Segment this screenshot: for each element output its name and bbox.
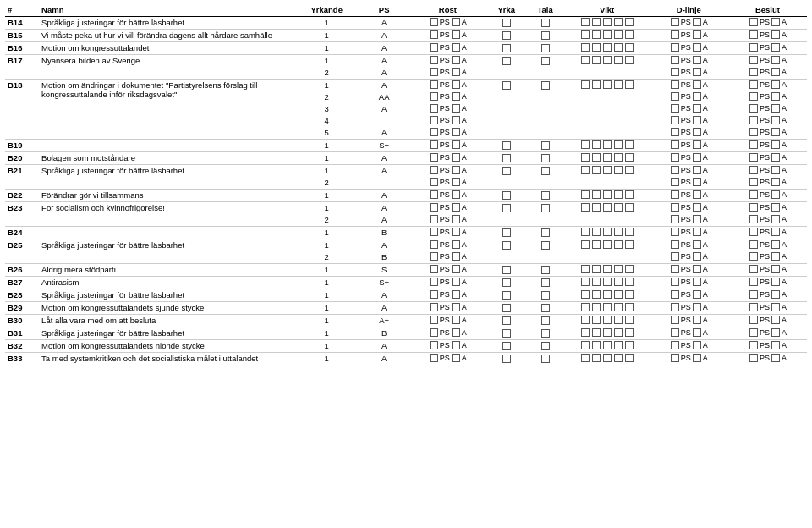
checkbox[interactable]: [614, 30, 623, 39]
checkbox[interactable]: [625, 290, 634, 299]
checkbox[interactable]: [614, 354, 623, 362]
checkbox[interactable]: [671, 328, 679, 337]
checkbox[interactable]: [452, 354, 460, 362]
checkbox[interactable]: [592, 265, 601, 273]
checkbox[interactable]: [502, 304, 511, 312]
checkbox[interactable]: [625, 303, 634, 311]
checkbox[interactable]: [771, 240, 780, 249]
checkbox[interactable]: [430, 190, 438, 199]
checkbox[interactable]: [625, 228, 634, 236]
checkbox[interactable]: [452, 56, 460, 64]
checkbox[interactable]: [502, 204, 511, 212]
checkbox[interactable]: [603, 341, 612, 349]
checkbox[interactable]: [671, 43, 679, 52]
checkbox[interactable]: [693, 328, 701, 337]
checkbox[interactable]: [614, 278, 623, 286]
checkbox[interactable]: [614, 240, 623, 249]
checkbox[interactable]: [749, 140, 758, 149]
checkbox[interactable]: [749, 116, 758, 124]
checkbox[interactable]: [771, 116, 780, 124]
checkbox[interactable]: [671, 178, 679, 186]
checkbox[interactable]: [693, 166, 701, 174]
checkbox[interactable]: [592, 341, 601, 349]
checkbox[interactable]: [452, 140, 460, 149]
checkbox[interactable]: [749, 104, 758, 113]
checkbox[interactable]: [771, 228, 780, 236]
checkbox[interactable]: [614, 203, 623, 212]
checkbox[interactable]: [749, 215, 758, 223]
checkbox[interactable]: [430, 43, 438, 52]
checkbox[interactable]: [693, 316, 701, 324]
checkbox[interactable]: [625, 80, 634, 89]
checkbox[interactable]: [749, 68, 758, 76]
checkbox[interactable]: [749, 228, 758, 236]
checkbox[interactable]: [625, 354, 634, 362]
checkbox[interactable]: [749, 341, 758, 349]
checkbox[interactable]: [749, 153, 758, 162]
checkbox[interactable]: [502, 241, 511, 250]
checkbox[interactable]: [614, 140, 623, 149]
checkbox[interactable]: [771, 166, 780, 174]
checkbox[interactable]: [771, 215, 780, 223]
checkbox[interactable]: [430, 290, 438, 299]
checkbox[interactable]: [452, 240, 460, 249]
checkbox[interactable]: [625, 341, 634, 349]
checkbox[interactable]: [614, 328, 623, 337]
checkbox[interactable]: [693, 128, 701, 136]
checkbox[interactable]: [625, 166, 634, 174]
checkbox[interactable]: [452, 341, 460, 349]
checkbox[interactable]: [771, 68, 780, 76]
checkbox[interactable]: [581, 80, 590, 89]
checkbox[interactable]: [541, 57, 550, 65]
checkbox[interactable]: [502, 228, 511, 237]
checkbox[interactable]: [771, 128, 780, 136]
checkbox[interactable]: [541, 154, 550, 162]
checkbox[interactable]: [625, 43, 634, 52]
checkbox[interactable]: [614, 303, 623, 311]
checkbox[interactable]: [430, 18, 438, 26]
checkbox[interactable]: [771, 190, 780, 199]
checkbox[interactable]: [452, 228, 460, 236]
checkbox[interactable]: [671, 228, 679, 236]
checkbox[interactable]: [502, 167, 511, 175]
checkbox[interactable]: [581, 303, 590, 311]
checkbox[interactable]: [614, 166, 623, 174]
checkbox[interactable]: [592, 30, 601, 39]
checkbox[interactable]: [603, 80, 612, 89]
checkbox[interactable]: [452, 68, 460, 76]
checkbox[interactable]: [541, 228, 550, 237]
checkbox[interactable]: [541, 291, 550, 300]
checkbox[interactable]: [581, 328, 590, 337]
checkbox[interactable]: [671, 190, 679, 199]
checkbox[interactable]: [671, 166, 679, 174]
checkbox[interactable]: [625, 240, 634, 249]
checkbox[interactable]: [771, 153, 780, 162]
checkbox[interactable]: [749, 128, 758, 136]
checkbox[interactable]: [430, 30, 438, 39]
checkbox[interactable]: [430, 92, 438, 101]
checkbox[interactable]: [502, 316, 511, 325]
checkbox[interactable]: [671, 215, 679, 223]
checkbox[interactable]: [430, 316, 438, 324]
checkbox[interactable]: [625, 56, 634, 64]
checkbox[interactable]: [771, 178, 780, 186]
checkbox[interactable]: [693, 153, 701, 162]
checkbox[interactable]: [581, 278, 590, 286]
checkbox[interactable]: [603, 290, 612, 299]
checkbox[interactable]: [502, 342, 511, 350]
checkbox[interactable]: [452, 316, 460, 324]
checkbox[interactable]: [625, 316, 634, 324]
checkbox[interactable]: [452, 252, 460, 261]
checkbox[interactable]: [749, 316, 758, 324]
checkbox[interactable]: [749, 92, 758, 101]
checkbox[interactable]: [771, 92, 780, 101]
checkbox[interactable]: [614, 228, 623, 236]
checkbox[interactable]: [603, 328, 612, 337]
checkbox[interactable]: [671, 104, 679, 113]
checkbox[interactable]: [541, 167, 550, 175]
checkbox[interactable]: [430, 354, 438, 362]
checkbox[interactable]: [541, 329, 550, 338]
checkbox[interactable]: [452, 80, 460, 89]
checkbox[interactable]: [693, 240, 701, 249]
checkbox[interactable]: [671, 252, 679, 261]
